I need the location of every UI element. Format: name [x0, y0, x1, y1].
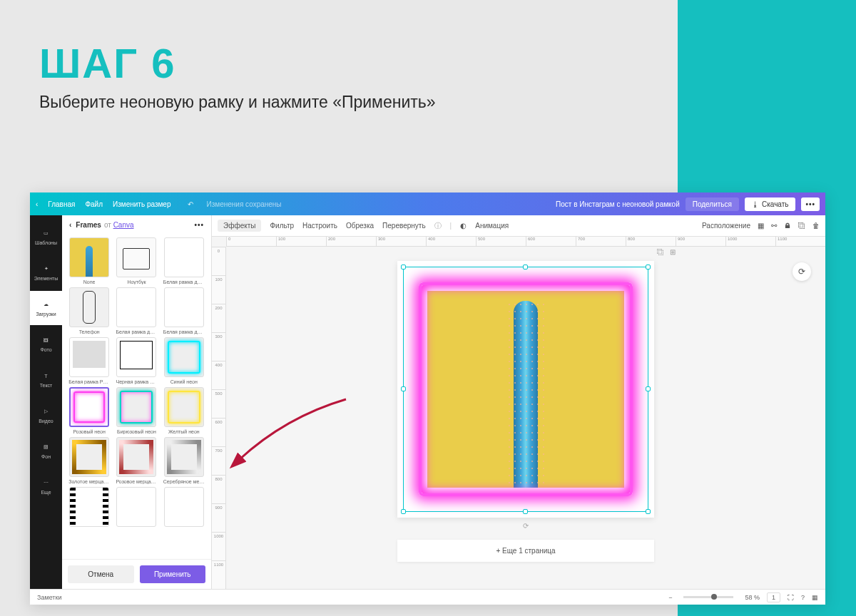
frame-option[interactable]: Черная рамка Pola... [115, 337, 158, 384]
app-window: ‹ Главная Файл Изменить размер ↶ Изменен… [30, 192, 825, 605]
frame-thumb [69, 437, 109, 477]
frame-thumb [116, 237, 156, 277]
delete-icon[interactable]: 🗑︎ [812, 222, 820, 230]
nav-elements[interactable]: ✦Элементы [30, 255, 62, 289]
resize-handle-tl[interactable] [401, 265, 406, 270]
lock-icon[interactable]: 🔒︎ [784, 222, 791, 230]
frame-option[interactable]: Ноутбук [115, 237, 158, 284]
frames-grid: NoneНоутбукБелая рамка для н...ТелефонБе… [62, 235, 211, 559]
redo-floating-icon[interactable]: ⟳ [793, 262, 811, 281]
frame-option[interactable]: Синий неон [163, 337, 205, 384]
panel-back-icon[interactable]: ‹ [69, 221, 71, 229]
frame-option[interactable]: Розовое мерцание [115, 437, 158, 484]
resize-handle-t[interactable] [523, 265, 528, 270]
nav-resize[interactable]: Изменить размер [113, 200, 170, 208]
link-icon[interactable]: ⚯ [771, 222, 777, 230]
nav-templates[interactable]: ▭Шаблоны [30, 220, 62, 254]
grid-view-icon[interactable]: ▦ [812, 594, 818, 601]
panel-from: от Canva [104, 221, 134, 229]
nav-more[interactable]: ⋯Еще [30, 469, 62, 503]
add-page-icon[interactable]: ⊞ [670, 248, 676, 256]
tb-effects[interactable]: Эффекты [218, 220, 261, 232]
help-icon[interactable]: ? [801, 594, 805, 601]
tb-flip[interactable]: Перевернуть [382, 222, 426, 230]
duplicate-page-icon[interactable]: ⿻ [657, 248, 664, 256]
nav-bg[interactable]: ▨Фон [30, 433, 62, 468]
duplicate-icon[interactable]: ⿻ [798, 222, 805, 230]
frame-option[interactable]: Желтый неон [163, 387, 205, 434]
canva-link[interactable]: Canva [113, 221, 134, 229]
tb-crop[interactable]: Обрезка [346, 222, 374, 230]
frame-option[interactable]: Телефон [68, 287, 111, 334]
zoom-out-icon[interactable]: − [668, 594, 672, 601]
back-chevron-icon[interactable]: ‹ [36, 200, 38, 208]
tb-animate[interactable]: Анимация [475, 222, 509, 230]
share-button[interactable]: Поделиться [686, 197, 739, 211]
frame-thumb [164, 387, 204, 427]
info-icon[interactable]: ⓘ [434, 221, 442, 231]
frame-option[interactable]: Белая рамка для п... [163, 287, 205, 334]
more-button[interactable]: ••• [801, 197, 820, 211]
frame-thumb [116, 337, 156, 377]
resize-handle-b[interactable] [523, 509, 528, 514]
frame-option[interactable]: None [68, 237, 111, 284]
resize-handle-tr[interactable] [646, 265, 651, 270]
frame-label: Розовое мерцание [116, 479, 157, 484]
frame-option[interactable] [68, 487, 111, 529]
frame-option[interactable] [115, 487, 158, 529]
frame-label: Желтый неон [163, 429, 205, 434]
nav-video[interactable]: ▷Видео [30, 398, 62, 432]
add-page-button[interactable]: + Еще 1 страница [397, 540, 654, 562]
nav-uploads[interactable]: ☁Загрузки [30, 291, 62, 325]
download-button[interactable]: ⭳ Скачать [745, 197, 796, 211]
context-toolbar: Эффекты Фильтр Настроить Обрезка Перевер… [212, 215, 825, 237]
cancel-button[interactable]: Отмена [68, 565, 134, 583]
nav-text[interactable]: TТекст [30, 362, 62, 396]
frame-option[interactable] [163, 487, 205, 529]
zoom-slider[interactable] [683, 596, 733, 598]
tb-filter[interactable]: Фильтр [270, 222, 294, 230]
frame-thumb [69, 337, 109, 377]
apply-button[interactable]: Применить [140, 565, 206, 583]
notes-button[interactable]: Заметки [37, 594, 61, 601]
artboard[interactable] [397, 261, 654, 518]
frame-thumb [69, 387, 109, 427]
frame-option[interactable]: Золотое мерцание [68, 437, 111, 484]
undo-icon[interactable]: ↶ [188, 200, 193, 208]
nav-file[interactable]: Файл [85, 200, 103, 208]
frame-thumb [116, 287, 156, 327]
fullscreen-icon[interactable]: ⛶ [788, 594, 794, 601]
frame-option[interactable]: Белая рамка для т... [115, 287, 158, 334]
frame-label: Розовый неон [68, 429, 110, 434]
frame-thumb [164, 437, 204, 477]
resize-handle-bl[interactable] [401, 509, 406, 514]
frame-thumb [69, 287, 109, 327]
frame-option[interactable]: Белая рамка Polar... [68, 337, 111, 384]
frame-thumb [116, 487, 156, 527]
resize-handle-br[interactable] [646, 509, 651, 514]
frame-option[interactable]: Розовый неон [68, 387, 111, 434]
frame-option[interactable]: Бирюзовый неон [115, 387, 158, 434]
step-title: ШАГ 6 [39, 39, 436, 87]
resize-handle-l[interactable] [401, 386, 406, 391]
frame-label: None [68, 279, 110, 284]
resize-handle-r[interactable] [646, 386, 651, 391]
document-title[interactable]: Пост в Инстаграм с неоновой рамкой [556, 200, 680, 208]
save-status: Изменения сохранены [206, 200, 281, 208]
zoom-value[interactable]: 58 % [745, 594, 760, 601]
page-indicator[interactable]: 1 [767, 592, 780, 602]
rotate-handle-icon[interactable]: ⟳ [397, 522, 654, 530]
nav-photo[interactable]: 🖼︎Фото [30, 327, 62, 361]
panel-menu-icon[interactable]: ••• [194, 221, 204, 229]
tb-position[interactable]: Расположение [702, 222, 750, 230]
frame-thumb [116, 437, 156, 477]
tb-adjust[interactable]: Настроить [302, 222, 337, 230]
topbar: ‹ Главная Файл Изменить размер ↶ Изменен… [30, 192, 825, 215]
frame-option[interactable]: Серебряное мерц... [163, 437, 205, 484]
left-nav: ▭Шаблоны✦Элементы☁Загрузки🖼︎ФотоTТекст▷В… [30, 215, 62, 589]
frame-option[interactable]: Белая рамка для н... [163, 237, 205, 284]
canvas-wrap: 010020030040050060070080090010001100 010… [212, 237, 825, 589]
nav-home[interactable]: Главная [48, 200, 75, 208]
photo-icon: 🖼︎ [41, 335, 51, 345]
transparency-icon[interactable]: ▦ [758, 222, 764, 230]
